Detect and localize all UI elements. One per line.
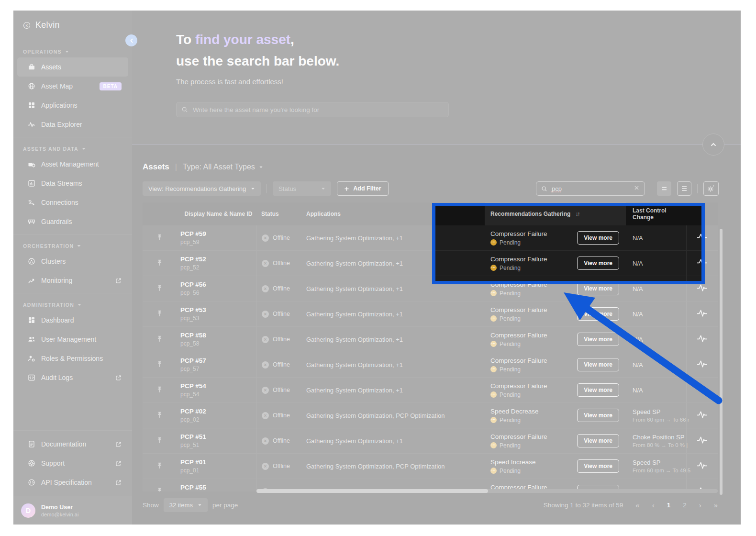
sidebar-item-applications[interactable]: Applications — [17, 96, 128, 115]
applications-label[interactable]: Gathering System Optimization, +1 — [306, 336, 403, 343]
applications-label[interactable]: Gathering System Optimization, +1 — [306, 260, 403, 267]
vertical-scrollbar[interactable] — [720, 229, 723, 495]
table-search[interactable] — [536, 181, 645, 196]
view-more-button[interactable]: View more — [577, 231, 619, 245]
asset-name[interactable]: PCP #52 — [180, 256, 206, 263]
sidebar-item-monitoring[interactable]: Monitoring — [17, 271, 128, 290]
sidebar-item-api-specification[interactable]: API Specification — [17, 473, 128, 492]
clear-search-button[interactable] — [634, 185, 640, 192]
waveform-button[interactable] — [697, 359, 708, 370]
pagination-prev-button[interactable]: ‹ — [652, 501, 655, 509]
column-header-last-control-change[interactable]: Last Control Change — [626, 202, 686, 225]
sidebar-item-clusters[interactable]: Clusters — [17, 252, 128, 271]
sidebar-item-user-management[interactable]: User Management — [17, 330, 128, 349]
pin-button[interactable] — [156, 386, 163, 394]
sidebar-item-support[interactable]: Support — [17, 454, 128, 473]
asset-search-input[interactable] — [192, 106, 444, 114]
sidebar-collapse-button[interactable] — [125, 34, 137, 46]
asset-name[interactable]: PCP #51 — [180, 433, 206, 440]
brand-logo[interactable]: K Kelvin — [13, 11, 132, 40]
pin-button[interactable] — [156, 436, 163, 445]
table-row[interactable]: PCP #57 pcp_57 × Offline Gathering Syste… — [143, 352, 718, 378]
asset-search[interactable] — [176, 102, 449, 117]
sidebar-item-data-streams[interactable]: Data Streams — [17, 174, 128, 193]
asset-name[interactable]: PCP #59 — [180, 230, 206, 237]
table-row[interactable]: PCP #58 pcp_58 × Offline Gathering Syste… — [143, 327, 718, 352]
pin-button[interactable] — [156, 487, 163, 491]
pagination-page-2[interactable]: 2 — [683, 502, 687, 509]
view-more-button[interactable]: View more — [577, 257, 619, 270]
compact-rows-toggle[interactable] — [657, 181, 671, 196]
asset-name[interactable]: PCP #58 — [180, 332, 206, 339]
waveform-button[interactable] — [697, 309, 708, 319]
sidebar-section-header[interactable]: OPERATIONS — [13, 45, 132, 57]
sidebar-item-asset-management[interactable]: Asset Management — [17, 155, 128, 174]
view-more-button[interactable]: View more — [577, 333, 619, 346]
table-row[interactable]: PCP #52 pcp_52 × Offline Gathering Syste… — [143, 251, 718, 276]
pin-button[interactable] — [156, 259, 163, 268]
view-more-button[interactable]: View more — [577, 383, 619, 397]
waveform-button[interactable] — [697, 283, 708, 294]
table-row[interactable]: PCP #53 pcp_53 × Offline Gathering Syste… — [143, 302, 718, 327]
waveform-button[interactable] — [697, 233, 708, 243]
applications-label[interactable]: Gathering System Optimization, +1 — [306, 285, 403, 292]
pagination-first-button[interactable]: « — [635, 501, 639, 509]
page-size-select[interactable]: 32 items — [164, 498, 208, 512]
expanded-rows-toggle[interactable] — [677, 181, 691, 196]
waveform-button[interactable] — [697, 258, 708, 268]
user-profile[interactable]: D Demo User demo@kelvin.ai — [13, 496, 132, 525]
applications-label[interactable]: Gathering System Optimization, PCP Optim… — [306, 463, 445, 470]
waveform-button[interactable] — [697, 385, 708, 395]
waveform-button[interactable] — [697, 436, 708, 446]
sort-icon[interactable]: ↓↑ — [575, 211, 579, 217]
waveform-button[interactable] — [697, 334, 708, 345]
pagination-next-button[interactable]: › — [699, 501, 701, 509]
asset-name[interactable]: PCP #53 — [180, 306, 206, 313]
sidebar-item-connections[interactable]: Connections — [17, 193, 128, 212]
applications-label[interactable]: Gathering System Optimization, +1 — [306, 387, 403, 394]
pin-button[interactable] — [156, 462, 163, 470]
column-header-recommendations[interactable]: Recommendations Gathering ↓↑ — [485, 202, 626, 225]
asset-name[interactable]: PCP #54 — [180, 382, 206, 390]
sidebar-item-guardrails[interactable]: Guardrails — [17, 212, 128, 231]
applications-label[interactable]: Gathering System Optimization, +1 — [306, 311, 403, 318]
view-more-button[interactable]: View more — [577, 459, 619, 473]
sidebar-item-asset-map[interactable]: Asset MapBETA — [17, 77, 128, 96]
asset-name[interactable]: PCP #55 — [180, 484, 206, 491]
view-filter[interactable]: View: Recommendations Gathering — [143, 181, 261, 196]
table-row[interactable]: PCP #56 pcp_56 × Offline Gathering Syste… — [143, 276, 718, 302]
column-header-status[interactable]: Status — [256, 202, 300, 225]
view-more-button[interactable]: View more — [577, 358, 619, 371]
applications-label[interactable]: Gathering System Optimization, +1 — [306, 234, 403, 242]
sidebar-item-audit-logs[interactable]: Audit Logs — [17, 368, 128, 387]
add-filter-button[interactable]: Add Filter — [337, 181, 388, 196]
sidebar-section-header[interactable]: ADMINISTRATION — [13, 298, 132, 311]
table-row[interactable]: PCP #02 pcp_02 × Offline Gathering Syste… — [143, 403, 718, 428]
asset-name[interactable]: PCP #56 — [180, 281, 206, 288]
column-header-applications[interactable]: Applications — [300, 202, 485, 225]
applications-label[interactable]: Gathering System Optimization, +1 — [306, 437, 403, 445]
view-more-button[interactable]: View more — [577, 434, 619, 447]
view-more-button[interactable]: View more — [577, 282, 619, 295]
waveform-button[interactable] — [697, 461, 708, 471]
pin-button[interactable] — [156, 310, 163, 318]
table-row[interactable]: PCP #59 pcp_59 × Offline Gathering Syste… — [143, 225, 718, 251]
sidebar-item-roles-permissions[interactable]: Roles & Permissions — [17, 349, 128, 368]
type-filter[interactable]: Type: All Asset Types — [183, 163, 263, 171]
pin-button[interactable] — [156, 234, 163, 242]
waveform-button[interactable] — [697, 410, 708, 421]
asset-name[interactable]: PCP #02 — [180, 408, 206, 415]
table-row[interactable]: PCP #51 pcp_51 × Offline Gathering Syste… — [143, 428, 718, 454]
column-header-name[interactable]: Display Name & Name ID — [176, 202, 256, 225]
applications-label[interactable]: Gathering System Optimization, PCP Optim… — [306, 412, 445, 419]
sidebar-item-assets[interactable]: Assets — [17, 57, 128, 77]
asset-name[interactable]: PCP #57 — [180, 357, 206, 364]
sidebar-section-header[interactable]: ASSETS AND DATA — [13, 142, 132, 155]
table-row[interactable]: PCP #01 pcp_01 × Offline Gathering Syste… — [143, 454, 718, 479]
pin-button[interactable] — [156, 335, 163, 344]
table-row[interactable]: PCP #54 pcp_54 × Offline Gathering Syste… — [143, 378, 718, 403]
pagination-page-1[interactable]: 1 — [667, 502, 671, 509]
pagination-last-button[interactable]: » — [714, 501, 718, 509]
sidebar-item-dashboard[interactable]: Dashboard — [17, 311, 128, 330]
asset-name[interactable]: PCP #01 — [180, 458, 206, 466]
